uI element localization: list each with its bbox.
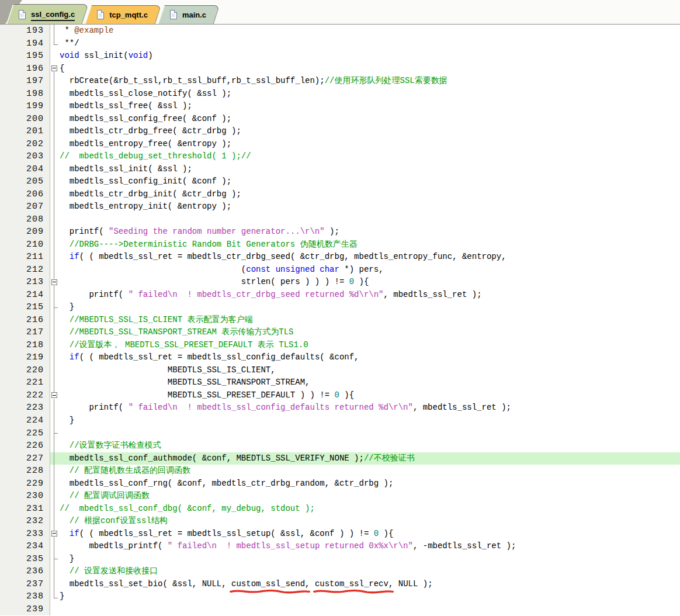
code-editor-window: ssl_config.ctcp_mqtt.cmain.c 193 * @exam… bbox=[0, 0, 680, 616]
line-number: 239 bbox=[0, 603, 50, 616]
code-text: } bbox=[60, 414, 680, 427]
line-number: 216 bbox=[0, 314, 50, 327]
fold-margin bbox=[50, 553, 60, 566]
line-number: 233 bbox=[0, 528, 50, 541]
code-area[interactable]: 193 * @example194 **/195void ssl_init(vo… bbox=[0, 25, 680, 616]
code-line-202[interactable]: 202 mbedtls_entropy_free( &entropy ); bbox=[0, 138, 680, 151]
fold-margin bbox=[50, 37, 60, 50]
code-line-236[interactable]: 236 // 设置发送和接收接口 bbox=[0, 565, 680, 578]
line-number: 194 bbox=[0, 37, 50, 50]
code-line-198[interactable]: 198 mbedtls_ssl_close_notify( &ssl ); bbox=[0, 88, 680, 101]
line-number: 212 bbox=[0, 264, 50, 276]
code-text: strlen( pers ) ) ) != 0 ){ bbox=[60, 276, 680, 289]
fold-collapse-icon[interactable] bbox=[51, 279, 57, 285]
code-line-194[interactable]: 194 **/ bbox=[0, 37, 680, 50]
code-line-216[interactable]: 216 //MBEDTLS_SSL_IS_CLIENT 表示配置为客户端 bbox=[0, 314, 680, 327]
code-line-193[interactable]: 193 * @example bbox=[0, 25, 680, 37]
code-text: mbedtls_ssl_config_free( &conf ); bbox=[60, 113, 680, 126]
tab-ssl_config-c[interactable]: ssl_config.c bbox=[9, 4, 85, 25]
code-line-237[interactable]: 237 mbedtls_ssl_set_bio( &ssl, NULL, cus… bbox=[0, 578, 680, 591]
line-number: 193 bbox=[0, 25, 50, 37]
code-line-229[interactable]: 229 mbedtls_ssl_conf_rng( &conf, mbedtls… bbox=[0, 477, 680, 490]
code-line-210[interactable]: 210 //DRBG---->Deterministic Random Bit … bbox=[0, 238, 680, 251]
code-text: printf( "Seeding the random number gener… bbox=[60, 226, 680, 238]
code-text: // 配置随机数生成器的回调函数 bbox=[60, 465, 680, 477]
code-line-213[interactable]: 213 strlen( pers ) ) ) != 0 ){ bbox=[0, 276, 680, 289]
code-line-211[interactable]: 211 if( ( mbedtls_ssl_ret = mbedtls_ctr_… bbox=[0, 251, 680, 264]
code-line-223[interactable]: 223 printf( " failed\n ! mbedtls_ssl_con… bbox=[0, 402, 680, 414]
line-number: 222 bbox=[0, 389, 50, 402]
code-line-225[interactable]: 225 bbox=[0, 427, 680, 440]
code-line-200[interactable]: 200 mbedtls_ssl_config_free( &conf ); bbox=[0, 113, 680, 126]
line-number: 229 bbox=[0, 477, 50, 490]
fold-margin bbox=[50, 264, 60, 276]
fold-margin bbox=[50, 339, 60, 352]
code-text: mbedtls_ctr_drbg_free( &ctr_drbg ); bbox=[60, 125, 680, 138]
tab-tcp_mqtt-c[interactable]: tcp_mqtt.c bbox=[88, 5, 158, 24]
fold-collapse-icon[interactable] bbox=[51, 65, 57, 71]
code-line-201[interactable]: 201 mbedtls_ctr_drbg_free( &ctr_drbg ); bbox=[0, 125, 680, 138]
tab-main-c[interactable]: main.c bbox=[161, 5, 217, 24]
code-text: printf( " failed\n ! mbedtls_ssl_config_… bbox=[60, 402, 680, 414]
fold-margin bbox=[50, 25, 60, 37]
code-text: mbedtls_printf( " failed\n ! mbedtls_ssl… bbox=[60, 540, 680, 553]
code-line-221[interactable]: 221 MBEDTLS_SSL_TRANSPORT_STREAM, bbox=[0, 376, 680, 389]
fold-margin bbox=[50, 414, 60, 427]
code-line-235[interactable]: 235 } bbox=[0, 553, 680, 566]
line-number: 208 bbox=[0, 213, 50, 226]
code-line-208[interactable]: 208 bbox=[0, 213, 680, 226]
code-line-238[interactable]: 238} bbox=[0, 590, 680, 603]
line-number: 203 bbox=[0, 150, 50, 163]
code-line-224[interactable]: 224 } bbox=[0, 414, 680, 427]
code-line-209[interactable]: 209 printf( "Seeding the random number g… bbox=[0, 226, 680, 238]
line-number: 217 bbox=[0, 326, 50, 339]
code-line-204[interactable]: 204 mbedtls_ssl_init( &ssl ); bbox=[0, 163, 680, 176]
line-number: 238 bbox=[0, 590, 50, 603]
document-icon bbox=[96, 9, 105, 20]
code-line-231[interactable]: 231// mbedtls_ssl_conf_dbg( &conf, my_de… bbox=[0, 503, 680, 515]
code-line-230[interactable]: 230 // 配置调试回调函数 bbox=[0, 490, 680, 503]
code-line-226[interactable]: 226 //设置数字证书检查模式 bbox=[0, 439, 680, 452]
code-line-232[interactable]: 232 // 根据conf设置ssl结构 bbox=[0, 515, 680, 528]
code-text: } bbox=[60, 301, 680, 314]
code-line-215[interactable]: 215 } bbox=[0, 301, 680, 314]
line-number: 195 bbox=[0, 50, 50, 63]
fold-collapse-icon[interactable] bbox=[51, 392, 57, 398]
code-line-214[interactable]: 214 printf( " failed\n ! mbedtls_ctr_drb… bbox=[0, 289, 680, 302]
code-text: // 设置发送和接收接口 bbox=[60, 565, 680, 578]
code-text: mbedtls_ssl_set_bio( &ssl, NULL, custom_… bbox=[60, 578, 680, 591]
code-line-239[interactable]: 239 bbox=[0, 603, 680, 616]
code-line-203[interactable]: 203// mbedtls_debug_set_threshold( 1 );/… bbox=[0, 150, 680, 163]
code-line-234[interactable]: 234 mbedtls_printf( " failed\n ! mbedtls… bbox=[0, 540, 680, 553]
code-line-222[interactable]: 222 MBEDTLS_SSL_PRESET_DEFAULT ) ) != 0 … bbox=[0, 389, 680, 402]
code-text: mbedtls_ssl_conf_rng( &conf, mbedtls_ctr… bbox=[60, 477, 680, 490]
code-line-227[interactable]: 227 mbedtls_ssl_conf_authmode( &conf, MB… bbox=[0, 452, 680, 465]
fold-margin bbox=[50, 75, 60, 88]
line-number: 206 bbox=[0, 188, 50, 201]
code-text: if( ( mbedtls_ssl_ret = mbedtls_ssl_conf… bbox=[60, 351, 680, 364]
code-line-233[interactable]: 233 if( ( mbedtls_ssl_ret = mbedtls_ssl_… bbox=[0, 528, 680, 541]
fold-margin bbox=[50, 113, 60, 126]
code-line-218[interactable]: 218 //设置版本， MBEDTLS_SSL_PRESET_DEFAULT 表… bbox=[0, 339, 680, 352]
code-text: // mbedtls_debug_set_threshold( 1 );// bbox=[60, 150, 680, 163]
code-text: * @example bbox=[60, 25, 680, 37]
code-text: } bbox=[60, 590, 680, 603]
code-line-217[interactable]: 217 //MBEDTLS_SSL_TRANSPORT_STREAM 表示传输方… bbox=[0, 326, 680, 339]
code-text: mbedtls_ssl_conf_authmode( &conf, MBEDTL… bbox=[60, 452, 680, 465]
fold-collapse-icon[interactable] bbox=[51, 531, 57, 537]
fold-margin bbox=[50, 351, 60, 364]
code-line-206[interactable]: 206 mbedtls_ctr_drbg_init( &ctr_drbg ); bbox=[0, 188, 680, 201]
code-line-212[interactable]: 212 (const unsigned char *) pers, bbox=[0, 264, 680, 276]
code-line-228[interactable]: 228 // 配置随机数生成器的回调函数 bbox=[0, 465, 680, 477]
code-line-199[interactable]: 199 mbedtls_ssl_free( &ssl ); bbox=[0, 100, 680, 113]
code-line-220[interactable]: 220 MBEDTLS_SSL_IS_CLIENT, bbox=[0, 364, 680, 377]
code-line-197[interactable]: 197 rbCreate(&rb_t_ssl,rb_t_ssl_buff,rb_… bbox=[0, 75, 680, 88]
code-line-205[interactable]: 205 mbedtls_ssl_config_init( &conf ); bbox=[0, 175, 680, 188]
code-line-195[interactable]: 195void ssl_init(void) bbox=[0, 50, 680, 63]
code-text: //设置数字证书检查模式 bbox=[60, 439, 680, 452]
code-line-219[interactable]: 219 if( ( mbedtls_ssl_ret = mbedtls_ssl_… bbox=[0, 351, 680, 364]
code-line-196[interactable]: 196{ bbox=[0, 63, 680, 75]
line-number: 227 bbox=[0, 452, 50, 465]
code-text: mbedtls_ctr_drbg_init( &ctr_drbg ); bbox=[60, 188, 680, 201]
code-line-207[interactable]: 207 mbedtls_entropy_init( &entropy ); bbox=[0, 200, 680, 213]
